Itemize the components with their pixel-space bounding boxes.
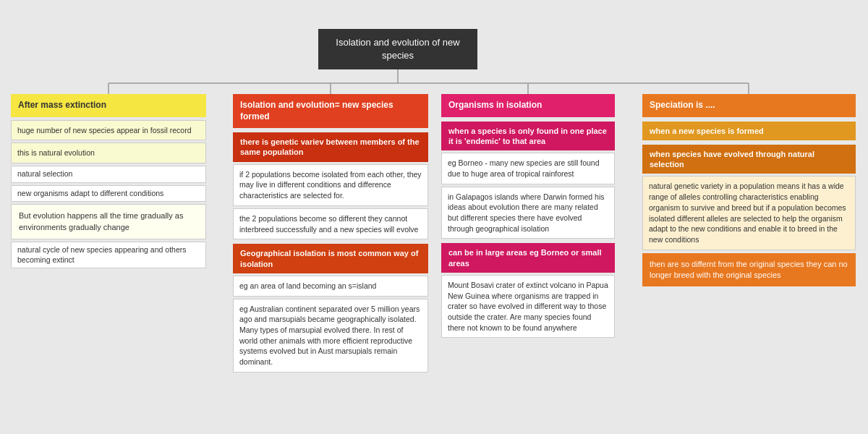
- col1-box3: natural selection: [11, 166, 206, 183]
- col2-text3: eg an area of land becoming an s=island: [233, 276, 428, 297]
- col2-header: Isolation and evolution= new species for…: [233, 94, 428, 128]
- col4-last: then are so differnt from the original s…: [642, 253, 856, 287]
- col3-text1: eg Borneo - many new species are still f…: [441, 153, 615, 184]
- col1-header: After mass extinction: [11, 94, 206, 117]
- root-node: Isolation and evolution of new species: [318, 29, 477, 69]
- col1-box4: new organisms adapt to different conditi…: [11, 185, 206, 203]
- col4-sub1: when species have evolved through natura…: [642, 145, 856, 174]
- col2-sub2: Geographical isolation is most common wa…: [233, 244, 428, 273]
- col2-sub1: there is genetic variev between members …: [233, 132, 428, 162]
- col1-evo: But evolution happens all the time gradu…: [11, 204, 206, 239]
- col4-box1: when a new species is formed: [642, 122, 856, 140]
- col2-text4: eg Australian continent separated over 5…: [233, 299, 428, 373]
- col3: Organisms in isolation when a species is…: [441, 94, 615, 340]
- col3-header: Organisms in isolation: [441, 94, 615, 117]
- col3-text2: in Galapagos islands where Darwin formed…: [441, 187, 615, 239]
- col4-header: Speciation is ....: [642, 94, 856, 117]
- col1-box1: huge number of new species appear in fos…: [11, 120, 206, 141]
- root-title: Isolation and evolution of new species: [336, 37, 459, 61]
- col3-text3: Mount Bosavi crater of extinct volcano i…: [441, 275, 615, 338]
- col2-text1: if 2 populations become isolated from ea…: [233, 164, 428, 206]
- col2: Isolation and evolution= new species for…: [233, 94, 428, 375]
- col4: Speciation is .... when a new species is…: [642, 94, 856, 286]
- col1-box5: natural cycle of new species appearing a…: [11, 242, 206, 268]
- col1: After mass extinction huge number of new…: [11, 94, 206, 271]
- col3-sub2: can be in large areas eg Borneo or small…: [441, 243, 615, 273]
- col2-text2: the 2 populations become so different th…: [233, 208, 428, 239]
- col1-box2: this is natural evolution: [11, 142, 206, 163]
- col4-text1: natural genetic variety in a population …: [642, 176, 856, 250]
- col3-sub1: when a species is only found in one plac…: [441, 122, 615, 151]
